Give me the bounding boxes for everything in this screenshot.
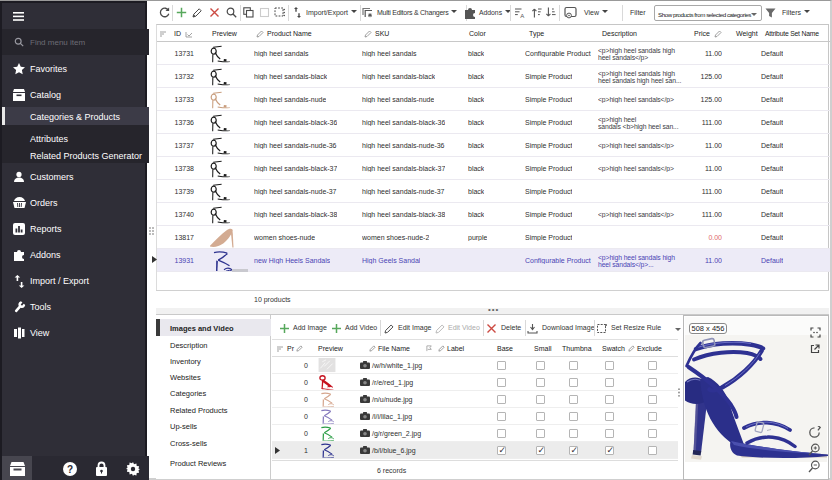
svg-text:A: A <box>520 13 524 18</box>
svg-text:?: ? <box>67 464 73 475</box>
